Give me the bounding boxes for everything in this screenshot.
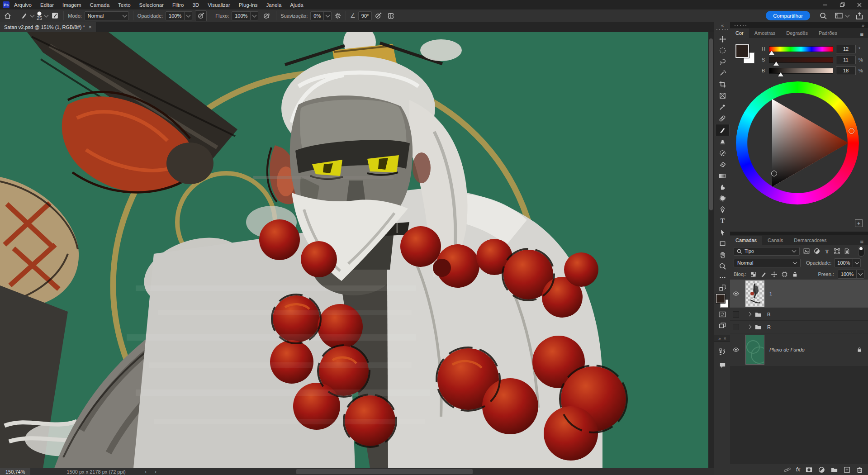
layer-name[interactable]: Plano de Fundo bbox=[769, 347, 805, 352]
brush-settings-panel-toggle[interactable] bbox=[51, 11, 59, 20]
group-name[interactable]: B bbox=[767, 312, 770, 317]
visibility-cell[interactable] bbox=[730, 280, 742, 308]
horizontal-scrollbar-thumb[interactable] bbox=[296, 469, 473, 474]
comments-panel-icon[interactable] bbox=[716, 360, 729, 371]
lock-pixels-icon[interactable] bbox=[760, 271, 767, 278]
tab-demarcadores[interactable]: Demarcadores bbox=[788, 236, 832, 245]
eraser-tool[interactable] bbox=[716, 159, 729, 170]
rectangle-tool[interactable] bbox=[716, 238, 729, 249]
layer-fill-select[interactable]: 100% bbox=[838, 270, 864, 279]
brush-tool-preset-icon[interactable] bbox=[20, 12, 28, 19]
quick-selection-tool[interactable] bbox=[716, 67, 729, 79]
filter-toggle[interactable] bbox=[858, 246, 864, 256]
move-tool[interactable] bbox=[716, 33, 729, 45]
visibility-cell[interactable] bbox=[730, 308, 742, 320]
menu-visualizar[interactable]: Visualizar bbox=[208, 2, 230, 8]
menu-filtro[interactable]: Filtro bbox=[172, 2, 184, 8]
opacity-select[interactable]: 100% bbox=[166, 11, 192, 20]
paint-symmetry-icon[interactable] bbox=[387, 12, 395, 20]
gradient-tool[interactable] bbox=[716, 170, 729, 181]
brush-angle-input[interactable]: 90° bbox=[358, 11, 372, 20]
saturation-slider[interactable] bbox=[769, 57, 833, 63]
panel-menu-icon[interactable]: ≡ bbox=[855, 238, 868, 245]
chevron-down-icon[interactable] bbox=[44, 13, 49, 17]
eye-icon[interactable] bbox=[732, 290, 740, 297]
edit-toolbar-icon[interactable] bbox=[716, 272, 729, 283]
menu-ajuda[interactable]: Ajuda bbox=[290, 2, 303, 8]
layer-name[interactable]: 1 bbox=[769, 291, 772, 296]
filter-adjustment-layers-icon[interactable] bbox=[813, 247, 821, 255]
color-swatches[interactable] bbox=[716, 294, 729, 309]
vertical-scrollbar[interactable] bbox=[708, 32, 714, 468]
tab-degrades[interactable]: Degradês bbox=[781, 28, 813, 38]
path-selection-tool[interactable] bbox=[716, 227, 729, 238]
sb-marker[interactable] bbox=[771, 171, 777, 176]
type-tool[interactable] bbox=[716, 215, 729, 227]
color-wheel[interactable] bbox=[736, 81, 859, 204]
share-button[interactable]: Compartilhar bbox=[766, 11, 810, 20]
filter-type-layers-icon[interactable] bbox=[824, 248, 830, 255]
marquee-tool[interactable] bbox=[716, 45, 729, 56]
add-to-swatches-button[interactable]: + bbox=[855, 219, 863, 227]
hue-marker[interactable] bbox=[849, 128, 854, 134]
menu-janela[interactable]: Janela bbox=[266, 2, 281, 8]
expand-dock-icon[interactable]: » bbox=[718, 336, 721, 341]
delete-layer-icon[interactable] bbox=[856, 466, 863, 474]
add-layer-mask-icon[interactable] bbox=[805, 466, 813, 474]
pressure-opacity-icon[interactable] bbox=[195, 10, 207, 21]
chevron-down-icon[interactable] bbox=[30, 13, 35, 17]
group-name[interactable]: R bbox=[767, 324, 771, 330]
blur-tool[interactable] bbox=[716, 193, 729, 204]
new-layer-icon[interactable] bbox=[843, 466, 851, 474]
layer-opacity-select[interactable]: 100% bbox=[834, 258, 861, 267]
collapse-toolbar-icon[interactable]: « bbox=[721, 22, 724, 28]
export-share-icon[interactable] bbox=[855, 12, 863, 20]
tab-cor[interactable]: Cor bbox=[730, 28, 749, 38]
default-swap-colors-icon[interactable] bbox=[716, 283, 729, 292]
hidden-eye-box[interactable] bbox=[733, 324, 739, 330]
foreground-color-swatch[interactable] bbox=[716, 294, 725, 303]
group-expand-icon[interactable] bbox=[747, 312, 752, 317]
vertical-scrollbar-thumb[interactable] bbox=[709, 38, 713, 210]
tab-padroes[interactable]: Padrões bbox=[813, 28, 843, 38]
brush-tool[interactable] bbox=[715, 124, 730, 136]
healing-brush-tool[interactable] bbox=[716, 113, 729, 124]
menu-editar[interactable]: Editar bbox=[40, 2, 54, 8]
lock-transparency-icon[interactable] bbox=[750, 271, 757, 278]
visibility-cell[interactable] bbox=[730, 321, 742, 333]
layer-row-background[interactable]: Plano de Fundo bbox=[730, 333, 868, 366]
layer-style-icon[interactable]: fx bbox=[796, 466, 800, 473]
new-adjustment-layer-icon[interactable] bbox=[818, 466, 825, 474]
filter-type-select[interactable]: Tipo bbox=[734, 247, 800, 256]
blend-mode-select[interactable]: Normal bbox=[85, 11, 129, 20]
panel-color-swatches[interactable] bbox=[735, 44, 756, 65]
tab-amostras[interactable]: Amostras bbox=[749, 28, 781, 38]
lock-all-icon[interactable] bbox=[792, 271, 798, 278]
smoothing-select[interactable]: 0% bbox=[310, 11, 332, 20]
group-expand-icon[interactable] bbox=[747, 325, 752, 329]
menu-imagem[interactable]: Imagem bbox=[62, 2, 81, 8]
zoom-level[interactable]: 150,74% bbox=[0, 468, 30, 475]
link-layers-icon[interactable] bbox=[783, 466, 791, 474]
home-icon[interactable] bbox=[4, 12, 12, 20]
chevron-down-icon[interactable] bbox=[845, 13, 850, 17]
airbrush-icon[interactable] bbox=[261, 12, 272, 19]
filter-smart-objects-icon[interactable] bbox=[844, 248, 850, 255]
close-dock-icon[interactable]: × bbox=[724, 336, 726, 341]
pressure-size-icon[interactable] bbox=[375, 12, 382, 19]
hsb-triangle[interactable] bbox=[736, 81, 859, 204]
canvas[interactable] bbox=[0, 32, 708, 468]
menu-texto[interactable]: Texto bbox=[118, 2, 131, 8]
chevron-left-icon[interactable]: ‹ bbox=[155, 468, 157, 475]
brush-preset-picker[interactable]: 25 bbox=[37, 11, 42, 20]
lasso-tool[interactable] bbox=[716, 56, 729, 67]
tab-camadas[interactable]: Camadas bbox=[730, 236, 762, 245]
hidden-eye-box[interactable] bbox=[733, 311, 739, 318]
gear-icon[interactable] bbox=[334, 12, 342, 19]
foreground-color-swatch[interactable] bbox=[735, 44, 749, 58]
restore-button[interactable] bbox=[834, 0, 851, 10]
quick-mask-button[interactable] bbox=[716, 309, 729, 320]
hue-value[interactable]: 12 bbox=[836, 45, 856, 53]
smudge-tool[interactable] bbox=[716, 181, 729, 193]
menu-3d[interactable]: 3D bbox=[192, 2, 199, 8]
